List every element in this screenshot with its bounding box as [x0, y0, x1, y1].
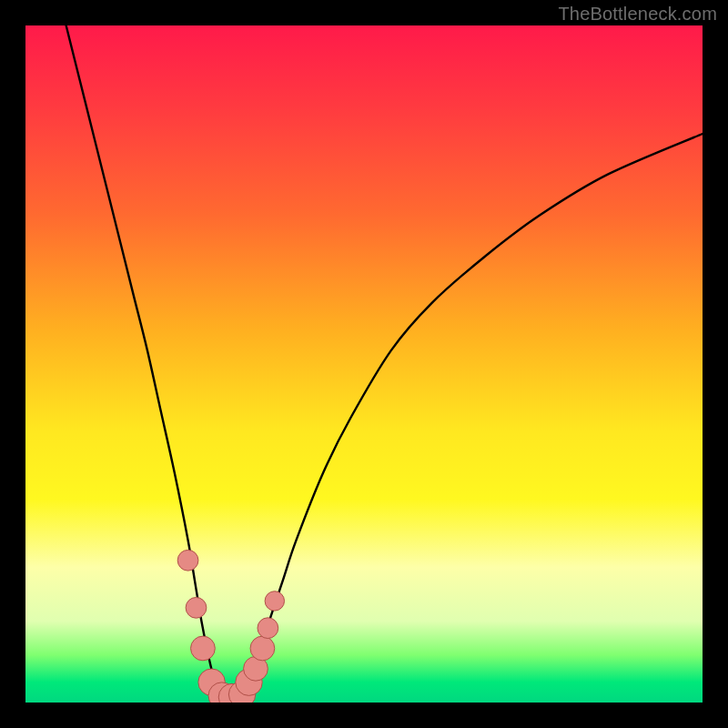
curve-layer: [25, 25, 703, 703]
plot-area: [25, 25, 703, 703]
data-marker: [265, 592, 284, 611]
bottleneck-curve: [66, 25, 703, 700]
watermark-text: TheBottleneck.com: [558, 4, 717, 25]
data-marker: [177, 550, 198, 571]
data-marker: [186, 597, 207, 618]
data-marker: [258, 618, 278, 639]
data-marker: [191, 636, 216, 661]
data-marker: [250, 636, 275, 661]
